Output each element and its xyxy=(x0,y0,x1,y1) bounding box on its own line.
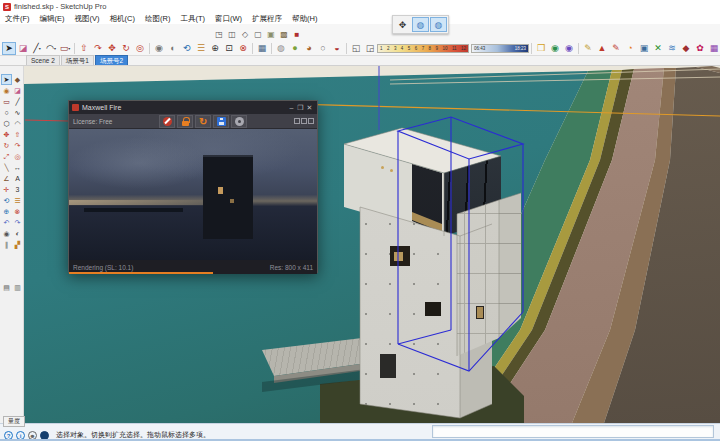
shadow-time-slider[interactable]: 06:4318:23 xyxy=(471,44,529,53)
menu-item-0[interactable]: 文件(F) xyxy=(0,13,35,24)
position-compass-button[interactable]: ✥ xyxy=(394,17,411,32)
flower-tool-button[interactable]: ✿ xyxy=(693,42,707,55)
look-around-button[interactable]: ◐ xyxy=(166,42,180,55)
line-button[interactable]: ╱▾ xyxy=(30,42,44,55)
pencil-tool-button[interactable]: ✎ xyxy=(581,42,595,55)
push-pull-button[interactable]: ⇧ xyxy=(12,129,23,140)
scene-tab-2[interactable]: 场景号2 xyxy=(95,55,128,65)
scene-tab-1[interactable]: 场景号1 xyxy=(61,55,94,65)
axes-button[interactable]: ✛ xyxy=(1,184,12,195)
purple-grid-button[interactable]: ▦ xyxy=(707,42,720,55)
save-image-button[interactable] xyxy=(213,115,229,128)
status-account-icon[interactable]: ☻ xyxy=(28,431,37,440)
orbit-button[interactable]: ⟲ xyxy=(1,195,12,206)
style-monochrome-button[interactable]: ○ xyxy=(316,42,330,55)
style-watermark-button[interactable]: ◒ xyxy=(330,42,344,55)
select-button[interactable]: ➤ xyxy=(1,74,12,85)
menu-item-4[interactable]: 绘图(R) xyxy=(140,13,175,24)
monitor-tool-button[interactable]: ▣ xyxy=(637,42,651,55)
menu-item-5[interactable]: 工具(T) xyxy=(175,13,210,24)
next-view-button[interactable]: ↷ xyxy=(12,217,23,228)
3d-text-button[interactable]: 3 xyxy=(12,184,23,195)
position-camera-button[interactable]: ◉ xyxy=(1,228,12,239)
rectangle-dropdown[interactable]: ▾ xyxy=(68,46,70,51)
protractor-button[interactable]: ∠ xyxy=(1,173,12,184)
freehand-button[interactable]: ∿ xyxy=(12,107,23,118)
look-around-button[interactable]: ◐ xyxy=(12,228,23,239)
paint-bucket-button[interactable]: ◉ xyxy=(1,85,12,96)
follow-me-button[interactable]: ↷ xyxy=(12,140,23,151)
eraser-button[interactable]: ◪ xyxy=(16,42,30,55)
hidden-line-button[interactable]: ▢ xyxy=(252,28,264,40)
move-button[interactable]: ✥ xyxy=(105,42,119,55)
wireframe-button[interactable]: ◇ xyxy=(239,28,251,40)
shaded-button[interactable]: ▣ xyxy=(265,28,277,40)
line-button[interactable]: ╱ xyxy=(12,96,23,107)
shadow-toggle-button[interactable]: ◲ xyxy=(363,42,377,55)
sandbox-button[interactable]: ▲ xyxy=(595,42,609,55)
orbit-sphere-1-button[interactable]: ◍ xyxy=(412,17,429,32)
minimize-button[interactable]: – xyxy=(287,101,296,114)
geo-location-button[interactable]: ◉ xyxy=(548,42,562,55)
rotate-button[interactable]: ↻ xyxy=(1,140,12,151)
shield-tool-button[interactable]: ◆ xyxy=(679,42,693,55)
make-component-button[interactable]: ◆ xyxy=(12,74,23,85)
match-photo-button[interactable]: ▦ xyxy=(255,42,269,55)
open-folder-button[interactable]: ❒ xyxy=(534,42,548,55)
settings-button[interactable] xyxy=(231,115,247,128)
walk-button[interactable]: ∥ xyxy=(1,239,12,250)
previous-view-button[interactable]: ↶ xyxy=(1,217,12,228)
measurements-input[interactable] xyxy=(432,425,714,438)
polygon-button[interactable]: ⬡ xyxy=(1,118,12,129)
maximize-button[interactable]: ❐ xyxy=(296,101,305,114)
status-info-icon[interactable]: i xyxy=(16,431,25,440)
push-pull-button[interactable]: ⇧ xyxy=(77,42,91,55)
move-button[interactable]: ✥ xyxy=(1,129,12,140)
close-button[interactable]: ✕ xyxy=(305,101,314,114)
style-shaded-button[interactable]: ● xyxy=(288,42,302,55)
dimension-button[interactable]: ↔ xyxy=(12,162,23,173)
menu-item-8[interactable]: 帮助(H) xyxy=(287,13,322,24)
section-fill-button[interactable]: ▤ xyxy=(1,282,12,293)
zoom-button[interactable]: ⊕ xyxy=(1,206,12,217)
eraser-button[interactable]: ◪ xyxy=(12,85,23,96)
zoom-window-button[interactable]: ⊡ xyxy=(222,42,236,55)
orbit-button[interactable]: ⟲ xyxy=(180,42,194,55)
pan-button[interactable]: ☰ xyxy=(12,195,23,206)
rectangle-button[interactable]: ▭▾ xyxy=(58,42,72,55)
section-display-button[interactable]: ▥ xyxy=(12,282,23,293)
menu-item-3[interactable]: 相机(C) xyxy=(105,13,140,24)
rectangle-button[interactable]: ▭ xyxy=(1,96,12,107)
fit-view-button[interactable] xyxy=(294,118,300,124)
arc-button[interactable]: ◠▾ xyxy=(44,42,58,55)
monochrome-button[interactable]: ■ xyxy=(291,28,303,40)
zoom-extents-button[interactable]: ⊗ xyxy=(236,42,250,55)
shadow-date-slider[interactable]: 123456789101112 xyxy=(377,44,469,53)
status-geo-icon[interactable] xyxy=(40,431,49,440)
scene-tab-0[interactable]: Scene 2 xyxy=(26,55,60,65)
back-edges-button[interactable]: ◫ xyxy=(226,28,238,40)
menu-item-1[interactable]: 编辑(E) xyxy=(35,13,70,24)
loop-tool-button[interactable]: ◔ xyxy=(623,42,637,55)
zoom-extents-button[interactable]: ⊗ xyxy=(12,206,23,217)
zoom-button[interactable]: ⊕ xyxy=(208,42,222,55)
offset-button[interactable]: ◎ xyxy=(133,42,147,55)
add-location-button[interactable]: ◉ xyxy=(562,42,576,55)
style-xray-button[interactable]: ◍ xyxy=(274,42,288,55)
waves-tool-button[interactable]: ≋ xyxy=(665,42,679,55)
menu-item-6[interactable]: 窗口(W) xyxy=(210,13,247,24)
shaded-textures-button[interactable]: ▩ xyxy=(278,28,290,40)
maxwell-titlebar[interactable]: Maxwell Fire –❐✕ xyxy=(69,101,317,114)
menu-item-2[interactable]: 视图(V) xyxy=(70,13,105,24)
shadow-dialog-button[interactable]: ◱ xyxy=(349,42,363,55)
select-button[interactable]: ➤ xyxy=(2,42,16,55)
lock-button[interactable] xyxy=(177,115,193,128)
pan-button[interactable]: ☰ xyxy=(194,42,208,55)
circle-button[interactable]: ○ xyxy=(1,107,12,118)
one-to-one-button[interactable] xyxy=(301,118,307,124)
channels-button[interactable] xyxy=(308,118,314,124)
offset-button[interactable]: ◎ xyxy=(12,151,23,162)
orbit-sphere-2-button[interactable]: ◍ xyxy=(430,17,447,32)
scale-button[interactable]: ⤢ xyxy=(1,151,12,162)
stop-render-button[interactable] xyxy=(159,115,175,128)
